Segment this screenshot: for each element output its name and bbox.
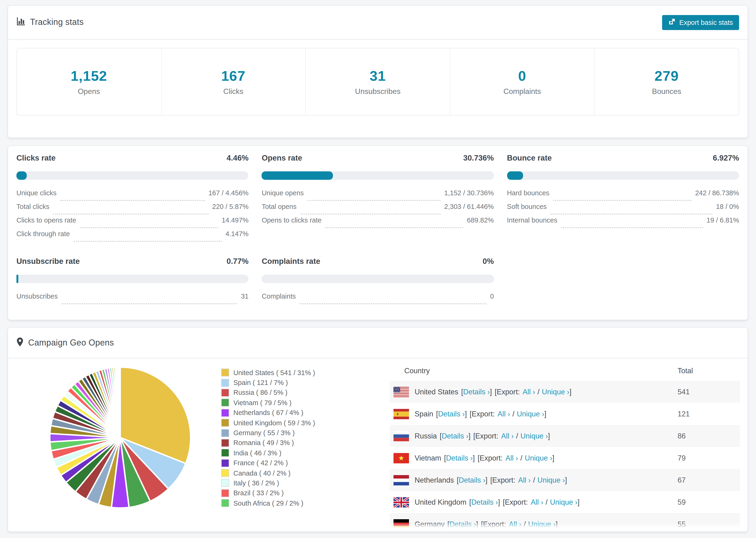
unsubscribes-count: 31 [370, 68, 386, 84]
export-unique-link[interactable]: Unique › [525, 454, 552, 462]
legend-item: Spain ( 121 / 7% ) [221, 378, 315, 388]
stat-row: Complaints0 [262, 293, 494, 306]
flag-russia-icon [394, 431, 409, 441]
export-all-link[interactable]: All › [518, 476, 531, 484]
details-link[interactable]: Details › [463, 388, 490, 396]
legend-swatch [221, 379, 229, 387]
opens-rate-value: 30.736% [463, 153, 494, 163]
clicks-rate-block: Clicks rate 4.46% Unique clicks167 / 4.4… [17, 153, 249, 243]
legend-swatch [221, 429, 229, 437]
stat-row: Click through rate4.147% [17, 230, 249, 243]
bounce-rate-block: Bounce rate 6.927% Hard bounces242 / 86.… [507, 153, 739, 243]
unsubscribe-rate-bar [17, 275, 249, 283]
stat-row: Clicks to opens rate14.497% [17, 216, 249, 230]
stat-row: Unsubscribes31 [17, 293, 249, 306]
export-all-link[interactable]: All › [506, 454, 518, 462]
table-row-spain: Spain [ Details › ] [Export: All › / Uni… [390, 403, 740, 425]
total-column-header: Total [677, 367, 740, 375]
export-all-link[interactable]: All › [498, 409, 510, 418]
dotted-leader [307, 200, 441, 201]
legend-swatch [221, 439, 229, 447]
total-value: 86 [677, 432, 740, 440]
stat-row: Opens to clicks rate689.82% [262, 216, 494, 230]
export-unique-link[interactable]: Unique › [517, 409, 544, 418]
export-unique-link[interactable]: Unique › [537, 476, 565, 484]
opens-rate-title: Opens rate [262, 153, 302, 163]
summary-stats-box: 1,152 Opens 167 Clicks 31 Unsubscribes 0… [17, 48, 739, 116]
legend-item: United Kingdom ( 59 / 3% ) [221, 418, 315, 428]
flag-germany-icon [394, 519, 409, 529]
export-all-link[interactable]: All › [501, 432, 514, 440]
legend-item: South Africa ( 29 / 2% ) [221, 498, 315, 508]
export-unique-link[interactable]: Unique › [542, 388, 569, 396]
opens-count: 1,152 [71, 68, 107, 84]
legend-item: Italy ( 36 / 2% ) [221, 478, 315, 488]
details-link[interactable]: Details › [442, 432, 468, 440]
table-row-vietnam: Vietnam [ Details › ] [Export: All › / U… [390, 447, 740, 469]
export-unique-link[interactable]: Unique › [550, 498, 577, 506]
flag-netherlands-icon [394, 475, 409, 485]
unsubscribes-label: Unsubscribes [355, 87, 401, 95]
stat-row: Unique clicks167 / 4.456% [17, 189, 249, 203]
export-icon [668, 18, 675, 27]
stat-row: Unique opens1,152 / 30.736% [262, 189, 494, 203]
total-value: 79 [677, 454, 740, 462]
clicks-rate-value: 4.46% [227, 153, 249, 163]
stat-row: Soft bounces18 / 0% [507, 203, 739, 216]
geo-opens-header: Campaign Geo Opens [8, 328, 747, 359]
bounces-label: Bounces [652, 87, 681, 95]
details-link[interactable]: Details › [459, 476, 486, 484]
complaints-label: Complaints [503, 87, 541, 95]
tracking-stats-card: Tracking stats Export basic stats 1,152 … [8, 5, 748, 138]
legend-swatch [221, 469, 229, 477]
dotted-leader [74, 241, 222, 242]
flag-spain-icon [394, 409, 409, 419]
stat-clicks: 167 Clicks [161, 48, 306, 115]
unsubscribe-rate-bar-fill [17, 275, 18, 283]
clicks-count: 167 [221, 68, 245, 84]
stat-row: Hard bounces242 / 86.738% [507, 189, 739, 203]
bounce-rate-bar [507, 171, 739, 180]
export-basic-stats-button[interactable]: Export basic stats [662, 15, 739, 30]
legend-item: Canada ( 40 / 2% ) [221, 468, 315, 478]
unsubscribe-rate-title: Unsubscribe rate [17, 256, 80, 266]
clicks-rate-bar [17, 171, 249, 180]
details-link[interactable]: Details › [438, 409, 465, 418]
complaints-rate-block: Complaints rate 0% Complaints0 [262, 256, 494, 306]
opens-label: Opens [78, 87, 100, 95]
legend-item: Germany ( 55 / 3% ) [221, 428, 315, 438]
export-all-link[interactable]: All › [509, 520, 521, 528]
bounce-rate-bar-fill [507, 171, 523, 180]
legend-item: France ( 42 / 2% ) [221, 458, 315, 468]
total-value: 67 [677, 476, 740, 484]
geo-opens-table: Country Total United States [ Details › … [390, 361, 740, 532]
clicks-label: Clicks [223, 87, 243, 95]
details-link[interactable]: Details › [446, 454, 473, 462]
map-pin-icon [17, 337, 24, 348]
stat-row: Total opens2,303 / 61.446% [262, 203, 494, 216]
opens-rate-bar-fill [262, 171, 333, 180]
export-unique-link[interactable]: Unique › [520, 432, 548, 440]
page-title: Tracking stats [30, 17, 83, 27]
dotted-leader [325, 227, 463, 228]
table-header: Country Total [390, 361, 740, 381]
dotted-leader [553, 200, 691, 201]
export-all-link[interactable]: All › [531, 498, 543, 506]
bounces-count: 279 [655, 68, 679, 84]
details-link[interactable]: Details › [471, 498, 498, 506]
total-value: 541 [677, 388, 740, 396]
stat-bounces: 279 Bounces [595, 48, 739, 115]
export-all-link[interactable]: All › [523, 388, 535, 396]
legend-swatch [221, 419, 229, 427]
opens-rate-block: Opens rate 30.736% Unique opens1,152 / 3… [262, 153, 494, 243]
legend-swatch [221, 389, 229, 397]
total-value: 121 [677, 409, 740, 418]
total-value: 55 [677, 520, 740, 528]
dotted-leader [80, 227, 218, 228]
export-unique-link[interactable]: Unique › [528, 520, 556, 528]
rates-card: Clicks rate 4.46% Unique clicks167 / 4.4… [8, 145, 748, 320]
dotted-leader [62, 303, 237, 304]
legend-swatch [221, 368, 229, 377]
details-link[interactable]: Details › [449, 520, 476, 528]
campaign-geo-opens-card: Campaign Geo Opens United States ( 541 /… [8, 327, 748, 532]
